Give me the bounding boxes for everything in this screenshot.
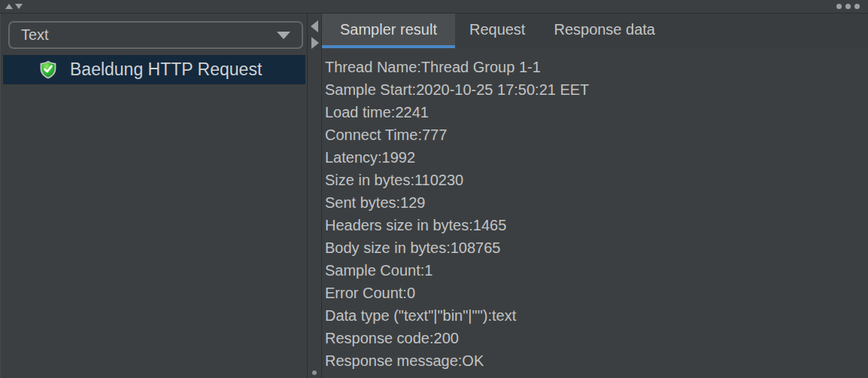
tab-response-data[interactable]: Response data — [539, 14, 669, 48]
result-line: Sample Start:2020-10-25 17:50:21 EET — [325, 78, 868, 101]
result-line: Thread Name:Thread Group 1-1 — [325, 56, 868, 78]
tree-item-label: Baeldung HTTP Request — [70, 59, 262, 80]
collapse-right-icon[interactable] — [311, 37, 319, 49]
tree-item-baeldung-http-request[interactable]: Baeldung HTTP Request — [3, 55, 305, 84]
scroll-up-icon[interactable] — [5, 4, 13, 9]
result-line: Body size in bytes:108765 — [325, 236, 868, 259]
result-tabs: Sampler result Request Response data — [322, 14, 868, 48]
scroll-down-icon[interactable] — [15, 4, 23, 9]
view-mode-dropdown[interactable]: Text — [8, 21, 303, 49]
result-line: Data type ("text"|"bin"|""):text — [325, 304, 868, 327]
tab-sampler-result[interactable]: Sampler result — [322, 14, 455, 48]
result-line: Sent bytes:129 — [325, 191, 868, 214]
result-line: Headers size in bytes:1465 — [325, 214, 868, 236]
top-toolbar — [0, 0, 868, 14]
sampler-result-content: Thread Name:Thread Group 1-1 Sample Star… — [322, 48, 868, 378]
result-line: Connect Time:777 — [325, 123, 868, 146]
result-line: Load time:2241 — [325, 101, 868, 123]
success-shield-icon — [38, 60, 58, 79]
result-line: Response code:200 — [325, 327, 868, 349]
result-detail-panel: Sampler result Request Response data Thr… — [322, 14, 868, 378]
collapse-left-icon[interactable] — [311, 20, 318, 32]
more-options-icon[interactable] — [836, 4, 860, 9]
result-line: Sample Count:1 — [325, 259, 868, 282]
result-line: Latency:1992 — [325, 146, 868, 169]
panel-splitter[interactable] — [307, 14, 322, 378]
view-mode-dropdown-value: Text — [21, 26, 49, 44]
chevron-down-icon — [277, 32, 290, 39]
jmeter-view-results-tree-window: Text Baeldung HTTP — [0, 0, 868, 378]
result-line: Error Count:0 — [325, 282, 868, 304]
tab-request[interactable]: Request — [455, 14, 540, 48]
splitter-handle-dot — [312, 370, 317, 375]
result-line: Response message:OK — [325, 349, 868, 372]
results-tree-panel: Text Baeldung HTTP — [0, 14, 307, 378]
result-line: Size in bytes:110230 — [325, 169, 868, 191]
